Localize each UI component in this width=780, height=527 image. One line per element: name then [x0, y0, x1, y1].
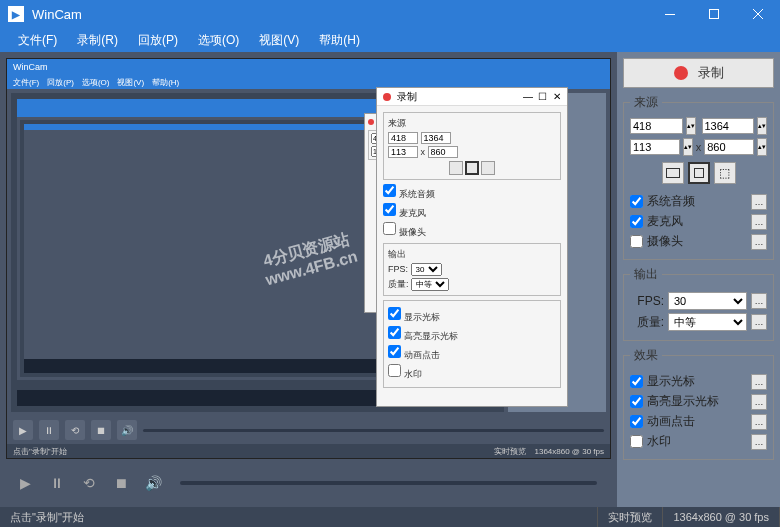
menubar: 文件(F) 录制(R) 回放(P) 选项(O) 视图(V) 帮助(H)	[0, 28, 780, 52]
playback-slider[interactable]	[180, 481, 597, 485]
main: WinCam 文件(F)回放(P)选项(O)视图(V)帮助(H)	[0, 52, 780, 507]
status-preview: 实时预览	[598, 507, 663, 527]
nested-record-dialog: 录制 — ☐ ✕ 来源 x	[376, 87, 568, 407]
fps-select[interactable]: 30	[668, 292, 747, 310]
volume-button[interactable]: 🔊	[140, 470, 166, 496]
minimize-button[interactable]	[648, 0, 692, 28]
mode-fullscreen-button[interactable]	[662, 162, 684, 184]
app-title: WinCam	[32, 7, 648, 22]
effects-legend: 效果	[630, 347, 662, 364]
mode-window-button[interactable]	[688, 162, 710, 184]
output-panel: 输出 FPS: 30 … 质量: 中等 …	[623, 266, 774, 341]
source-h-stepper[interactable]: ▴▾	[757, 138, 767, 156]
source-x-stepper[interactable]: ▴▾	[686, 117, 696, 135]
play-button[interactable]: ▶	[12, 470, 38, 496]
svg-rect-0	[665, 14, 675, 15]
fps-label: FPS:	[630, 294, 664, 308]
source-x-input[interactable]	[630, 118, 683, 134]
status-resolution: 1364x860 @ 30 fps	[663, 507, 780, 527]
quality-select[interactable]: 中等	[668, 313, 747, 331]
source-legend: 来源	[630, 94, 662, 111]
show-cursor-label: 显示光标	[647, 373, 695, 390]
stop-button[interactable]: ⏹	[108, 470, 134, 496]
menu-options[interactable]: 选项(O)	[188, 30, 249, 51]
effects-panel: 效果 显示光标 … 高亮显示光标 … 动画点击 … 水印 …	[623, 347, 774, 460]
sidebar: 录制 来源 ▴▾ ▴▾ ▴▾ x ▴▾ ⬚	[617, 52, 780, 507]
titlebar: ▶ WinCam	[0, 0, 780, 28]
source-w-stepper[interactable]: ▴▾	[757, 117, 767, 135]
output-legend: 输出	[630, 266, 662, 283]
record-button[interactable]: 录制	[623, 58, 774, 88]
dimension-separator: x	[696, 141, 702, 153]
pause-button[interactable]: ⏸	[44, 470, 70, 496]
microphone-label: 麦克风	[647, 213, 683, 230]
nested-taskbar: ⊞ 🔍 🌐 📁 🛡 Windows 安全中心	[7, 458, 610, 459]
nested-playback: ▶⏸⟲⏹🔊	[7, 416, 610, 444]
microphone-checkbox[interactable]	[630, 215, 643, 228]
system-audio-checkbox[interactable]	[630, 195, 643, 208]
camera-label: 摄像头	[647, 233, 683, 250]
source-y-stepper[interactable]: ▴▾	[683, 138, 693, 156]
window-controls	[648, 0, 780, 28]
highlight-cursor-label: 高亮显示光标	[647, 393, 719, 410]
mode-region-button[interactable]: ⬚	[714, 162, 736, 184]
highlight-cursor-checkbox[interactable]	[630, 395, 643, 408]
watermark-checkbox[interactable]	[630, 435, 643, 448]
camera-checkbox[interactable]	[630, 235, 643, 248]
source-w-input[interactable]	[702, 118, 755, 134]
fps-config-button[interactable]: …	[751, 293, 767, 309]
highlight-cursor-config-button[interactable]: …	[751, 394, 767, 410]
nested-titlebar: WinCam	[7, 59, 610, 75]
system-audio-config-button[interactable]: …	[751, 194, 767, 210]
status-hint: 点击"录制"开始	[0, 507, 598, 527]
menu-file[interactable]: 文件(F)	[8, 30, 67, 51]
record-label: 录制	[698, 64, 724, 82]
maximize-button[interactable]	[692, 0, 736, 28]
source-y-input[interactable]	[630, 139, 680, 155]
watermark-label: 水印	[647, 433, 671, 450]
microphone-config-button[interactable]: …	[751, 214, 767, 230]
svg-rect-1	[710, 10, 719, 19]
preview-column: WinCam 文件(F)回放(P)选项(O)视图(V)帮助(H)	[0, 52, 617, 507]
preview-area: WinCam 文件(F)回放(P)选项(O)视图(V)帮助(H)	[6, 58, 611, 459]
source-h-input[interactable]	[704, 139, 754, 155]
nested-statusbar: 点击"录制"开始 实时预览 1364x860 @ 30 fps	[7, 444, 610, 458]
source-panel: 来源 ▴▾ ▴▾ ▴▾ x ▴▾ ⬚	[623, 94, 774, 260]
show-cursor-config-button[interactable]: …	[751, 374, 767, 390]
statusbar: 点击"录制"开始 实时预览 1364x860 @ 30 fps	[0, 507, 780, 527]
animate-click-checkbox[interactable]	[630, 415, 643, 428]
nested-preview: WinCam 文件(F)回放(P)选项(O)视图(V)帮助(H)	[7, 59, 610, 458]
camera-config-button[interactable]: …	[751, 234, 767, 250]
quality-config-button[interactable]: …	[751, 314, 767, 330]
show-cursor-checkbox[interactable]	[630, 375, 643, 388]
animate-click-label: 动画点击	[647, 413, 695, 430]
menu-record[interactable]: 录制(R)	[67, 30, 128, 51]
menu-playback[interactable]: 回放(P)	[128, 30, 188, 51]
loop-button[interactable]: ⟲	[76, 470, 102, 496]
close-button[interactable]	[736, 0, 780, 28]
record-icon	[674, 66, 688, 80]
app-icon: ▶	[8, 6, 24, 22]
menu-help[interactable]: 帮助(H)	[309, 30, 370, 51]
playback-controls: ▶ ⏸ ⟲ ⏹ 🔊	[6, 465, 611, 501]
animate-click-config-button[interactable]: …	[751, 414, 767, 430]
system-audio-label: 系统音频	[647, 193, 695, 210]
watermark-config-button[interactable]: …	[751, 434, 767, 450]
quality-label: 质量:	[630, 314, 664, 331]
menu-view[interactable]: 视图(V)	[249, 30, 309, 51]
